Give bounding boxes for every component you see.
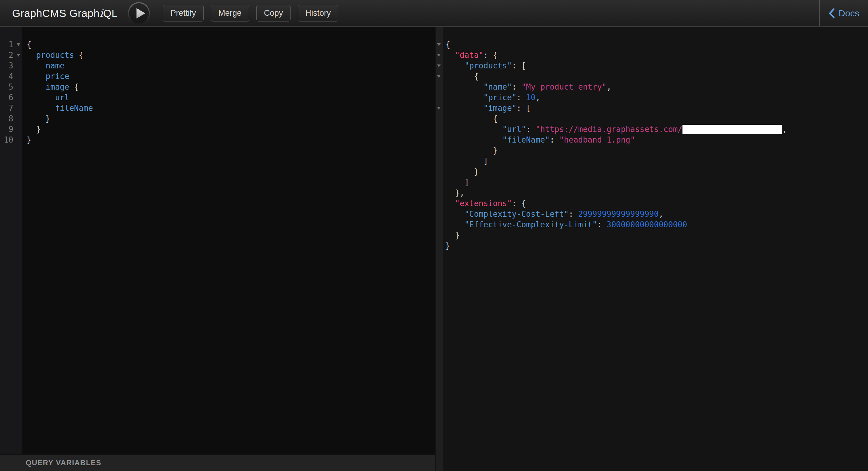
graphiql-app: GraphCMS GraphiQL Pret (0, 0, 868, 471)
code-line: ] (445, 177, 868, 188)
line-number: 6 (0, 92, 22, 103)
code-line: "data": { (445, 50, 868, 61)
code-line: } (27, 114, 435, 124)
code-token: } (445, 241, 451, 250)
code-token: } (27, 114, 50, 123)
code-line: image { (27, 82, 435, 92)
code-token: : (550, 135, 559, 145)
code-line: price (27, 71, 435, 82)
title-text: GraphCMS Graph (12, 7, 100, 19)
code-token: } (445, 146, 498, 155)
result-viewer: { "data": { "products": [ { "name": "My … (443, 27, 868, 471)
result-pane: { "data": { "products": [ { "name": "My … (435, 27, 868, 471)
code-line: name (27, 61, 435, 71)
code-token: : (512, 82, 521, 91)
fold-arrow-icon[interactable] (437, 43, 441, 46)
gutter-row (435, 145, 443, 156)
code-line: }, (445, 188, 868, 198)
code-token: name (46, 61, 65, 70)
code-line: { (27, 39, 435, 50)
code-token: "price" (483, 93, 517, 102)
merge-button[interactable]: Merge (211, 5, 249, 22)
code-token (445, 93, 483, 102)
fold-arrow-icon[interactable] (437, 64, 441, 67)
code-token: { (445, 40, 451, 49)
docs-link[interactable]: Docs (828, 8, 859, 19)
fold-arrow-icon[interactable] (437, 75, 441, 78)
code-token: : [ (512, 61, 526, 70)
execute-query-button[interactable] (128, 2, 150, 25)
code-token: : (526, 125, 535, 134)
gutter-row (435, 50, 443, 61)
gutter-row (435, 39, 443, 50)
docs-tab-area: Docs (819, 0, 868, 26)
code-token: } (445, 167, 479, 176)
gutter-row (435, 198, 443, 209)
fold-arrow-icon[interactable] (437, 54, 441, 57)
gutter-row (435, 209, 443, 219)
fold-arrow-icon[interactable] (17, 54, 20, 57)
gutter-row (435, 241, 443, 251)
query-editor-gutter: 12345678910 (0, 27, 22, 454)
docs-label: Docs (839, 8, 859, 19)
result-fold-gutter (435, 27, 443, 471)
code-token: price (46, 72, 69, 81)
line-number: 3 (0, 61, 22, 71)
gutter-row (435, 230, 443, 241)
code-token (445, 125, 502, 134)
code-token: products (36, 51, 74, 60)
code-token: { (27, 40, 31, 49)
code-token: ] (445, 178, 469, 187)
code-token (445, 135, 502, 145)
code-token (445, 220, 465, 229)
code-line: fileName (27, 103, 435, 114)
fold-arrow-icon[interactable] (17, 43, 20, 46)
copy-button[interactable]: Copy (256, 5, 290, 22)
line-number: 2 (0, 50, 22, 61)
line-number: 10 (0, 135, 22, 145)
code-token: { (445, 114, 498, 123)
code-token (445, 199, 455, 208)
prettify-button[interactable]: Prettify (163, 5, 204, 22)
code-token: image (46, 82, 69, 91)
code-token: : (517, 93, 526, 102)
code-token (445, 103, 483, 113)
code-token: } (445, 231, 460, 240)
gutter-row (435, 177, 443, 188)
history-button[interactable]: History (298, 5, 338, 22)
code-token: "url" (502, 125, 526, 134)
toolbar: Prettify Merge Copy History (163, 5, 338, 22)
gutter-row (435, 114, 443, 124)
code-token (27, 82, 46, 91)
code-token (445, 61, 465, 70)
code-line: "price": 10, (445, 92, 868, 103)
code-token (27, 103, 55, 113)
code-token: "headband 1.png" (559, 135, 635, 145)
code-token: url (55, 93, 69, 102)
title-text-end: QL (103, 7, 118, 19)
code-line: "name": "My product entry", (445, 82, 868, 92)
code-token: , (535, 93, 540, 102)
code-token: "fileName" (502, 135, 550, 145)
code-line: { (445, 71, 868, 82)
gutter-row (435, 82, 443, 92)
code-token: }, (445, 188, 465, 197)
code-token: , (782, 125, 787, 134)
code-token: "data" (455, 51, 483, 60)
code-token: "Complexity-Cost-Left" (465, 210, 569, 219)
code-token: : { (483, 51, 498, 60)
code-line: { (445, 114, 868, 124)
code-line: ] (445, 156, 868, 166)
code-token (27, 72, 46, 81)
query-variables-footer[interactable]: QUERY VARIABLES (0, 454, 435, 471)
page-title: GraphCMS GraphiQL (12, 7, 117, 20)
gutter-row (435, 61, 443, 71)
query-editor[interactable]: { products { name price image { url file… (22, 27, 435, 454)
code-token: 29999999999999990 (578, 210, 658, 219)
gutter-row (435, 71, 443, 82)
code-token (445, 210, 465, 219)
code-token: , (658, 210, 663, 219)
fold-arrow-icon[interactable] (437, 107, 441, 109)
gutter-row (435, 188, 443, 198)
code-line: } (445, 241, 868, 251)
